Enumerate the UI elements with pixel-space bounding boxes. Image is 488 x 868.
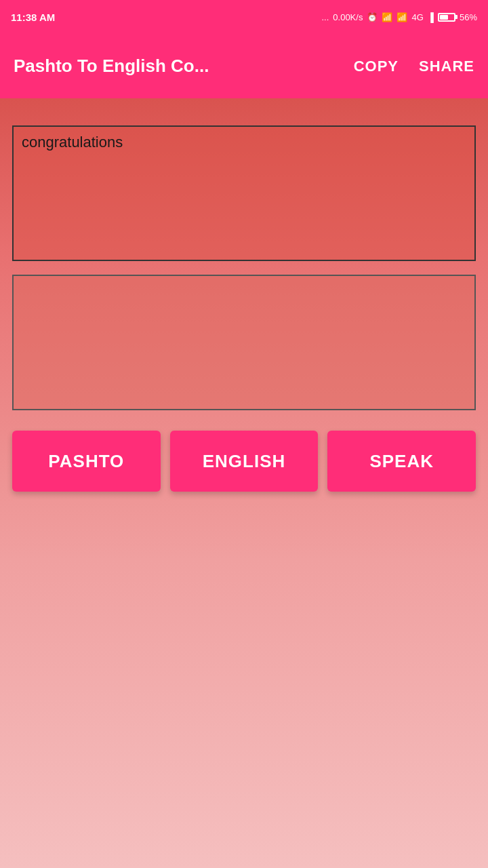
- content-area: congratulations PASHTO ENGLISH SPEAK: [0, 98, 488, 868]
- input-textarea[interactable]: congratulations: [12, 125, 476, 261]
- battery-icon: [438, 13, 455, 22]
- battery-level: 56%: [460, 12, 477, 22]
- signal-bars-icon: ▐: [428, 12, 434, 22]
- network-label: 4G: [411, 12, 423, 22]
- app-bar-actions: COPY SHARE: [354, 58, 474, 75]
- status-speed: 0.00K/s: [333, 12, 363, 22]
- output-textarea[interactable]: [12, 275, 476, 410]
- status-left: 11:38 AM: [11, 12, 55, 23]
- app-bar: Pashto To English Co... COPY SHARE: [0, 34, 488, 98]
- wifi-icon: 📶: [382, 12, 392, 22]
- english-button[interactable]: ENGLISH: [170, 431, 319, 492]
- app-title: Pashto To English Co...: [14, 56, 354, 77]
- status-time: 11:38 AM: [11, 12, 55, 23]
- status-dots: ...: [321, 12, 329, 22]
- buttons-row: PASHTO ENGLISH SPEAK: [12, 431, 476, 492]
- signal-icon: 📶: [396, 12, 407, 22]
- status-right: ... 0.00K/s ⏰ 📶 📶 4G ▐ 56%: [321, 12, 477, 22]
- copy-button[interactable]: COPY: [354, 58, 399, 75]
- speak-button[interactable]: SPEAK: [327, 431, 476, 492]
- share-button[interactable]: SHARE: [419, 58, 474, 75]
- clock-icon: ⏰: [367, 12, 378, 22]
- pashto-button[interactable]: PASHTO: [12, 431, 161, 492]
- status-bar: 11:38 AM ... 0.00K/s ⏰ 📶 📶 4G ▐ 56%: [0, 0, 488, 34]
